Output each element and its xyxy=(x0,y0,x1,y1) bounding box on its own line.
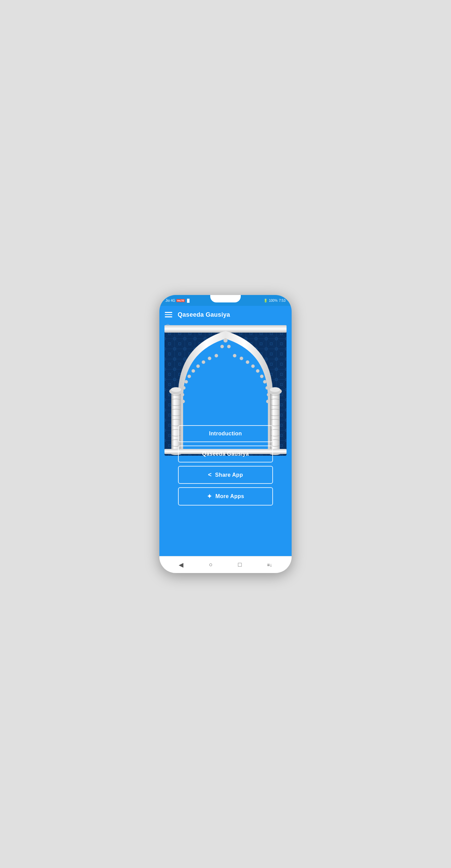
home-icon: ○ xyxy=(209,561,213,568)
toolbar: Qaseeda Gausiya xyxy=(159,306,292,323)
hamburger-icon xyxy=(165,312,172,317)
share-icon: < xyxy=(208,471,212,478)
svg-point-37 xyxy=(171,387,181,392)
share-label: Share App xyxy=(215,472,243,478)
svg-point-32 xyxy=(266,386,269,390)
bottom-nav: ◀ ○ □ ≡↓ xyxy=(159,556,292,573)
menu-button[interactable]: ≡↓ xyxy=(261,559,277,570)
more-apps-label: More Apps xyxy=(215,493,244,499)
introduction-button[interactable]: Introduction xyxy=(178,425,273,442)
svg-point-23 xyxy=(223,338,228,342)
svg-point-27 xyxy=(246,360,249,364)
carrier-info: Jio 4G VoLTE ▐▌ xyxy=(165,299,191,302)
svg-point-34 xyxy=(266,400,270,403)
share-button[interactable]: < Share App xyxy=(178,466,273,484)
signal-icon: ▐▌ xyxy=(186,299,191,302)
home-button[interactable]: ○ xyxy=(203,558,218,571)
svg-point-26 xyxy=(240,357,243,360)
introduction-label: Introduction xyxy=(209,431,242,437)
svg-point-13 xyxy=(181,393,184,396)
svg-point-15 xyxy=(184,380,188,383)
back-button[interactable]: ◀ xyxy=(173,558,189,571)
svg-point-16 xyxy=(188,375,191,378)
battery-percent: 100% xyxy=(269,299,278,302)
svg-point-21 xyxy=(215,354,218,357)
hamburger-button[interactable] xyxy=(165,312,172,317)
svg-point-14 xyxy=(182,386,185,390)
svg-point-33 xyxy=(267,393,270,396)
svg-point-19 xyxy=(202,360,205,364)
recent-button[interactable]: □ xyxy=(233,558,247,571)
volte-badge: VoLTE xyxy=(176,299,185,302)
main-content: Introduction Qaseeda Gausiya < Share App… xyxy=(159,323,292,556)
qaseeda-button[interactable]: Qaseeda Gausiya xyxy=(178,446,273,462)
phone-shell: Jio 4G VoLTE ▐▌ 🔋 100% 7:53 Qaseeda Gaus… xyxy=(159,295,292,573)
svg-point-28 xyxy=(251,364,255,368)
more-apps-button[interactable]: ✦ More Apps xyxy=(178,487,273,506)
puzzle-icon: ✦ xyxy=(207,493,212,500)
menu-icon: ≡↓ xyxy=(267,562,272,568)
toolbar-title: Qaseeda Gausiya xyxy=(178,311,230,318)
svg-point-25 xyxy=(233,354,236,357)
svg-point-20 xyxy=(208,357,211,360)
svg-point-18 xyxy=(196,364,200,368)
qaseeda-label: Qaseeda Gausiya xyxy=(202,451,249,457)
notch xyxy=(210,295,241,302)
svg-point-22 xyxy=(220,345,224,348)
svg-point-31 xyxy=(263,380,267,383)
svg-point-29 xyxy=(256,369,259,373)
recent-icon: □ xyxy=(238,561,242,568)
svg-point-30 xyxy=(260,375,263,378)
buttons-area: Introduction Qaseeda Gausiya < Share App… xyxy=(159,425,292,506)
svg-point-12 xyxy=(181,400,185,403)
svg-point-24 xyxy=(227,345,231,348)
svg-point-17 xyxy=(192,369,195,373)
sim-icon: 🔋 xyxy=(263,299,268,302)
time-display: 7:53 xyxy=(279,299,286,302)
carrier-text: Jio 4G xyxy=(165,299,175,302)
svg-point-41 xyxy=(270,387,280,392)
status-right: 🔋 100% 7:53 xyxy=(263,299,286,302)
back-icon: ◀ xyxy=(179,561,183,569)
